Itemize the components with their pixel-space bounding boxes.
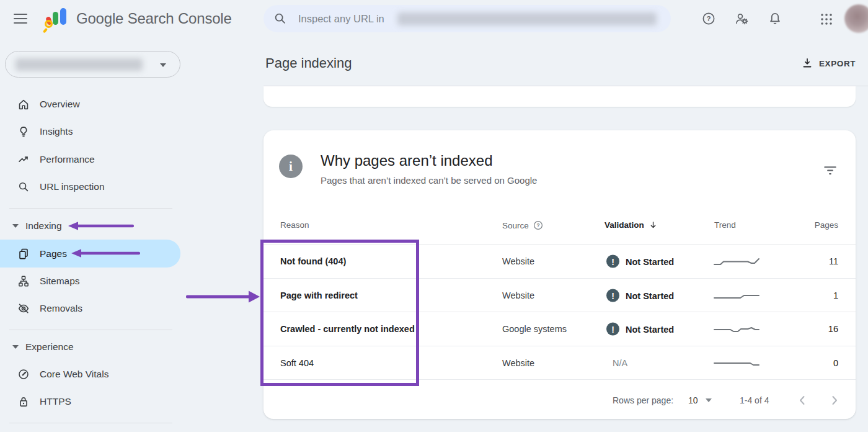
reason-cell: Soft 404 bbox=[280, 358, 314, 368]
pages-icon bbox=[17, 247, 30, 261]
column-label: Reason bbox=[280, 220, 309, 230]
help-icon[interactable]: ? bbox=[701, 11, 716, 26]
validation-cell: Not Started bbox=[626, 324, 674, 334]
help-circle-icon[interactable]: ? bbox=[533, 220, 543, 230]
section-label: Indexing bbox=[25, 220, 62, 232]
column-header-pages[interactable]: Pages bbox=[815, 220, 838, 230]
previous-page-icon[interactable] bbox=[795, 393, 810, 408]
pages-cell: 16 bbox=[828, 324, 838, 334]
filter-icon[interactable] bbox=[822, 161, 838, 178]
annotation-arrow-reason-box bbox=[186, 289, 260, 304]
source-cell: Google systems bbox=[502, 324, 567, 334]
export-label: EXPORT bbox=[819, 59, 856, 68]
sidebar-item-label: Pages bbox=[40, 248, 67, 259]
warning-exclamation-icon: ! bbox=[606, 289, 619, 302]
pages-cell: 1 bbox=[833, 290, 838, 300]
sidebar-item-label: URL inspection bbox=[40, 181, 105, 192]
redacted-property-name bbox=[16, 58, 143, 71]
magnifier-icon bbox=[17, 180, 30, 194]
column-header-trend[interactable]: Trend bbox=[714, 220, 736, 230]
home-icon bbox=[17, 97, 30, 111]
sidebar-section-indexing[interactable]: Indexing bbox=[0, 218, 180, 233]
reason-cell: Crawled - currently not indexed bbox=[280, 324, 415, 334]
sidebar-item-https[interactable]: HTTPS bbox=[0, 388, 180, 415]
validation-cell: Not Started bbox=[626, 256, 674, 266]
hamburger-menu-icon[interactable] bbox=[14, 12, 27, 25]
svg-text:?: ? bbox=[536, 222, 539, 228]
eye-off-icon bbox=[17, 302, 30, 315]
sidebar-item-label: Core Web Vitals bbox=[40, 369, 108, 380]
validation-cell: Not Started bbox=[626, 290, 674, 300]
column-label: Pages bbox=[815, 220, 838, 230]
source-cell: Website bbox=[502, 290, 534, 300]
next-page-icon[interactable] bbox=[827, 393, 842, 408]
sort-arrow-down-icon bbox=[649, 220, 658, 230]
column-header-source[interactable]: Source ? bbox=[502, 220, 543, 230]
rows-per-page-select[interactable]: 10 bbox=[688, 395, 712, 405]
sidebar-item-sitemaps[interactable]: Sitemaps bbox=[0, 268, 180, 295]
search-console-logo-icon[interactable] bbox=[45, 5, 73, 34]
export-button[interactable]: EXPORT bbox=[801, 55, 856, 72]
url-inspect-searchbar[interactable] bbox=[264, 5, 671, 32]
column-label: Source bbox=[502, 221, 529, 230]
pagination-range: 1-4 of 4 bbox=[740, 395, 769, 405]
divider bbox=[9, 208, 172, 209]
account-settings-icon[interactable] bbox=[734, 11, 749, 26]
sidebar-item-label: Removals bbox=[40, 303, 82, 314]
search-input[interactable] bbox=[298, 5, 391, 32]
sidebar-item-removals[interactable]: Removals bbox=[0, 295, 180, 322]
sidebar-item-insights[interactable]: Insights bbox=[0, 118, 180, 145]
sidebar-item-core-web-vitals[interactable]: Core Web Vitals bbox=[0, 361, 180, 388]
trending-up-icon bbox=[17, 153, 30, 166]
source-cell: Website bbox=[502, 358, 534, 368]
column-header-reason[interactable]: Reason bbox=[280, 220, 309, 230]
table-row-soft-404[interactable]: Soft 404 Website N/A 0 bbox=[264, 346, 856, 380]
property-selector[interactable] bbox=[5, 51, 180, 78]
product-name: Google Search Console bbox=[76, 10, 232, 27]
lightbulb-icon bbox=[17, 125, 30, 138]
sidebar-item-performance[interactable]: Performance bbox=[0, 146, 180, 173]
pagination: Rows per page: 10 1-4 of 4 bbox=[264, 391, 856, 410]
chevron-down-icon bbox=[12, 224, 19, 228]
table-row-not-found-404[interactable]: Not found (404) Website ! Not Started 11 bbox=[264, 245, 856, 278]
chevron-down-icon bbox=[160, 63, 166, 67]
card-title: Why pages aren’t indexed bbox=[321, 152, 493, 169]
chevron-down-icon bbox=[12, 345, 19, 349]
pages-cell: 11 bbox=[829, 256, 838, 266]
source-cell: Website bbox=[502, 256, 534, 266]
rows-per-page-label: Rows per page: bbox=[613, 395, 673, 405]
sidebar-item-label: Performance bbox=[40, 154, 95, 165]
notifications-bell-icon[interactable] bbox=[768, 11, 782, 26]
sidebar-item-label: Insights bbox=[40, 126, 73, 137]
divider bbox=[9, 423, 172, 423]
row-separator bbox=[264, 379, 856, 380]
trend-sparkline bbox=[713, 255, 760, 268]
card-subtitle: Pages that aren’t indexed can’t be serve… bbox=[321, 175, 537, 186]
search-icon bbox=[273, 12, 287, 25]
table-row-page-with-redirect[interactable]: Page with redirect Website ! Not Started… bbox=[264, 279, 856, 312]
trend-sparkline bbox=[713, 289, 760, 302]
section-label: Experience bbox=[25, 341, 74, 353]
lock-icon bbox=[17, 395, 30, 408]
download-icon bbox=[801, 57, 813, 70]
user-avatar[interactable] bbox=[844, 4, 868, 33]
column-header-validation[interactable]: Validation bbox=[604, 220, 658, 230]
table-row-crawled-not-indexed[interactable]: Crawled - currently not indexed Google s… bbox=[264, 312, 856, 346]
validation-cell: N/A bbox=[613, 358, 627, 368]
pages-cell: 0 bbox=[833, 358, 838, 368]
trend-sparkline bbox=[713, 357, 760, 369]
sidebar-section-experience[interactable]: Experience bbox=[0, 340, 180, 354]
sidebar-item-url-inspection[interactable]: URL inspection bbox=[0, 173, 180, 200]
sidebar-item-label: Overview bbox=[40, 99, 80, 110]
google-apps-grid-icon[interactable] bbox=[819, 12, 834, 27]
sitemap-icon bbox=[17, 274, 30, 288]
column-label: Validation bbox=[604, 220, 644, 230]
reason-cell: Not found (404) bbox=[280, 256, 346, 266]
divider bbox=[9, 330, 172, 330]
scrolled-card-bottom bbox=[264, 86, 856, 107]
sidebar-item-overview[interactable]: Overview bbox=[0, 91, 180, 118]
rows-per-page-value: 10 bbox=[688, 395, 698, 405]
google-search-console-app: Google Search Console ? bbox=[0, 0, 868, 432]
svg-text:?: ? bbox=[706, 15, 711, 22]
sidebar-item-pages[interactable]: Pages bbox=[0, 240, 180, 268]
